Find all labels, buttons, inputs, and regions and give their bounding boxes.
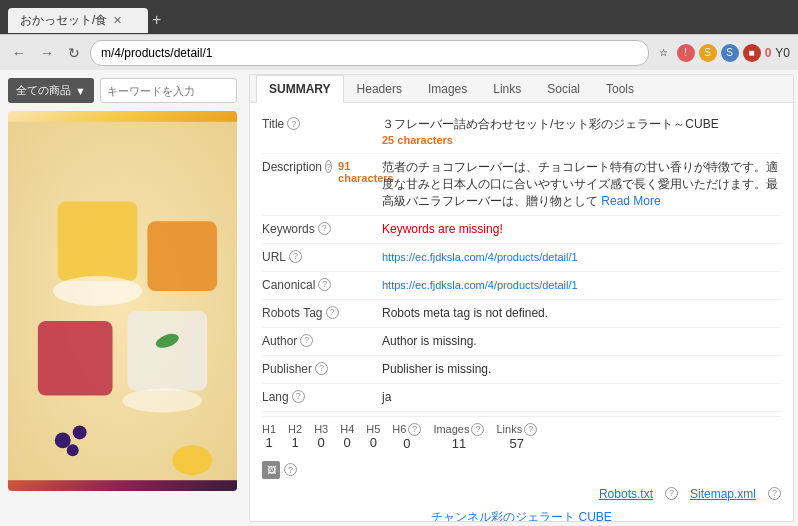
bookmark-icon[interactable]: ☆ xyxy=(655,44,673,62)
description-text: 范者のチョコフレーバーは、チョコレート特有の甘い香りが特徴です。適度な甘みと日本… xyxy=(382,160,778,208)
tab-summary[interactable]: SUMMARY xyxy=(256,75,344,103)
tab-images[interactable]: Images xyxy=(415,75,480,102)
robots-txt-link[interactable]: Robots.txt xyxy=(599,487,653,501)
extension-icon-red[interactable]: ! xyxy=(677,44,695,62)
h1-value: 1 xyxy=(262,435,276,450)
h3-stat: H3 0 xyxy=(314,423,328,450)
description-row: Description ? 91 characters 范者のチョコフレーバーは… xyxy=(262,154,781,215)
badge-red: 0 xyxy=(765,46,772,60)
title-row: Title ? ３フレーバー詰め合わせセット/セット彩のジェラート～CUBE 2… xyxy=(262,111,781,154)
publisher-row: Publisher ? Publisher is missing. xyxy=(262,356,781,384)
title-info-icon[interactable]: ? xyxy=(287,117,300,130)
svg-point-8 xyxy=(73,425,87,439)
h1-stat: H1 1 xyxy=(262,423,276,450)
links-value: 57 xyxy=(496,436,537,451)
tab-title: おかっセット/食 xyxy=(20,12,107,29)
robots-txt-info-icon[interactable]: ? xyxy=(665,487,678,500)
extension-icon-blue[interactable]: S xyxy=(721,44,739,62)
extension-icon-orange[interactable]: S xyxy=(699,44,717,62)
publisher-value: Publisher is missing. xyxy=(382,361,781,378)
image-thumbnail-icon: 🖼 xyxy=(262,461,280,479)
h4-value: 0 xyxy=(340,435,354,450)
lang-row: Lang ? ja xyxy=(262,384,781,412)
h2-value: 1 xyxy=(288,435,302,450)
search-box: 🔍 xyxy=(100,78,237,103)
canonical-label: Canonical ? xyxy=(262,277,382,292)
h5-header: H5 xyxy=(366,423,380,435)
keywords-info-icon[interactable]: ? xyxy=(318,222,331,235)
address-input[interactable] xyxy=(90,40,649,66)
tab-links[interactable]: Links xyxy=(480,75,534,102)
url-link[interactable]: https://ec.fjdksla.com/4/products/detail… xyxy=(382,251,578,263)
browser-icons: ☆ ! S S ■ 0 Y0 xyxy=(655,44,790,62)
new-tab-button[interactable]: + xyxy=(152,11,161,29)
publisher-info-icon[interactable]: ? xyxy=(315,362,328,375)
images-info-icon[interactable]: ? xyxy=(471,423,484,436)
search-input[interactable] xyxy=(101,82,237,100)
keywords-row: Keywords ? Keywords are missing! xyxy=(262,216,781,244)
links-header: Links ? xyxy=(496,423,537,436)
tabs-bar: SUMMARY Headers Images Links Social Tool… xyxy=(250,75,793,103)
url-label: URL ? xyxy=(262,249,382,264)
links-stat: Links ? 57 xyxy=(496,423,537,451)
url-row: URL ? https://ec.fjdksla.com/4/products/… xyxy=(262,244,781,272)
robots-info-icon[interactable]: ? xyxy=(326,306,339,319)
tab-bar: おかっセット/食 ✕ + xyxy=(0,0,798,34)
keywords-value: Keywords are missing! xyxy=(382,221,781,238)
url-value: https://ec.fjdksla.com/4/products/detail… xyxy=(382,249,781,266)
extension-icon-darkred[interactable]: ■ xyxy=(743,44,761,62)
sitemap-xml-link[interactable]: Sitemap.xml xyxy=(690,487,756,501)
canonical-info-icon[interactable]: ? xyxy=(318,278,331,291)
h2-stat: H2 1 xyxy=(288,423,302,450)
canonical-row: Canonical ? https://ec.fjdksla.com/4/pro… xyxy=(262,272,781,300)
category-dropdown[interactable]: 全ての商品 ▼ xyxy=(8,78,94,103)
links-info-icon[interactable]: ? xyxy=(524,423,537,436)
lang-info-icon[interactable]: ? xyxy=(292,390,305,403)
title-text: ３フレーバー詰め合わせセット/セット彩のジェラート～CUBE xyxy=(382,116,781,133)
h4-stat: H4 0 xyxy=(340,423,354,450)
keywords-label: Keywords ? xyxy=(262,221,382,236)
reload-button[interactable]: ↻ xyxy=(64,43,84,63)
images-stat: Images ? 11 xyxy=(433,423,484,451)
title-value: ３フレーバー詰め合わせセット/セット彩のジェラート～CUBE 25 charac… xyxy=(382,116,781,148)
tab-tools[interactable]: Tools xyxy=(593,75,647,102)
h6-stat: H6 ? 0 xyxy=(392,423,421,451)
description-info-icon[interactable]: ? xyxy=(325,160,332,173)
browser-chrome: おかっセット/食 ✕ + ← → ↻ ☆ ! S S ■ 0 Y0 xyxy=(0,0,798,70)
tab-social[interactable]: Social xyxy=(534,75,593,102)
tab-close-icon[interactable]: ✕ xyxy=(113,14,122,27)
h2-header: H2 xyxy=(288,423,302,435)
canonical-link[interactable]: https://ec.fjdksla.com/4/products/detail… xyxy=(382,279,578,291)
svg-point-11 xyxy=(172,445,212,475)
canonical-value: https://ec.fjdksla.com/4/products/detail… xyxy=(382,277,781,294)
author-value: Author is missing. xyxy=(382,333,781,350)
h3-value: 0 xyxy=(314,435,328,450)
h6-info-icon[interactable]: ? xyxy=(408,423,421,436)
image-icons-row: 🖼 ? xyxy=(262,457,781,483)
image-row-info-icon[interactable]: ? xyxy=(284,463,297,476)
h1-header: H1 xyxy=(262,423,276,435)
author-label: Author ? xyxy=(262,333,382,348)
browser-tab[interactable]: おかっセット/食 ✕ xyxy=(8,8,148,33)
images-header: Images ? xyxy=(433,423,484,436)
product-image-placeholder xyxy=(8,111,237,491)
description-label: Description ? 91 characters xyxy=(262,159,382,184)
forward-button[interactable]: → xyxy=(36,43,58,63)
sidebar-top: 全ての商品 ▼ 🔍 xyxy=(8,78,237,103)
sitemap-xml-info-icon[interactable]: ? xyxy=(768,487,781,500)
h6-header: H6 ? xyxy=(392,423,421,436)
url-info-icon[interactable]: ? xyxy=(289,250,302,263)
h5-value: 0 xyxy=(366,435,380,450)
product-image-svg xyxy=(8,121,237,481)
svg-rect-4 xyxy=(127,311,207,391)
author-info-icon[interactable]: ? xyxy=(300,334,313,347)
tab-headers[interactable]: Headers xyxy=(344,75,415,102)
read-more-link[interactable]: Read More xyxy=(601,194,660,208)
title-char-count: 25 characters xyxy=(382,133,781,148)
svg-rect-2 xyxy=(147,221,217,291)
main-panel: SUMMARY Headers Images Links Social Tool… xyxy=(249,74,794,522)
description-value: 范者のチョコフレーバーは、チョコレート特有の甘い香りが特徴です。適度な甘みと日本… xyxy=(382,159,781,209)
back-button[interactable]: ← xyxy=(8,43,30,63)
h5-stat: H5 0 xyxy=(366,423,380,450)
page-content: 全ての商品 ▼ 🔍 xyxy=(0,70,798,526)
